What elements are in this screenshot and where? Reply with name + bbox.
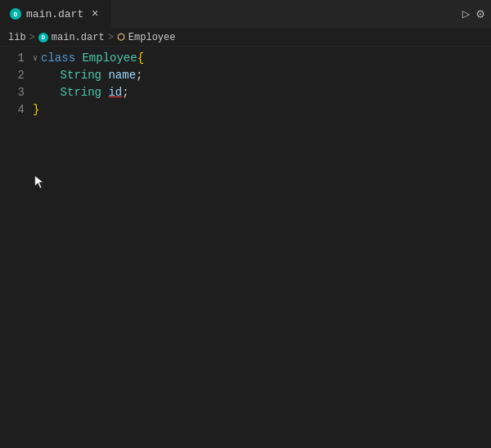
code-area[interactable]: ∨ class Employee{ String name; String id… xyxy=(33,47,491,448)
var-name: name xyxy=(108,67,136,84)
indent-3 xyxy=(33,84,61,101)
semicolon-2: ; xyxy=(122,84,128,101)
tab-close-button[interactable]: × xyxy=(88,7,101,20)
editor-actions: ▷ ⚙ xyxy=(462,6,491,22)
run-icon[interactable]: ▷ xyxy=(462,6,471,22)
dart-tab-icon: D xyxy=(10,8,21,20)
keyword-class: class xyxy=(41,50,82,67)
tab-main-dart[interactable]: D main.dart × xyxy=(0,0,112,28)
breadcrumb-class[interactable]: ⬡ Employee xyxy=(117,32,176,43)
tab-bar: D main.dart × ▷ ⚙ xyxy=(0,0,491,29)
indent-2 xyxy=(33,67,61,84)
editor: 1 2 3 4 ∨ class Employee{ String name; S… xyxy=(0,47,491,448)
code-line-1: ∨ class Employee{ xyxy=(33,50,491,67)
tab-filename: main.dart xyxy=(26,8,83,20)
type-string-2: String xyxy=(61,84,109,101)
breadcrumb-class-icon: ⬡ xyxy=(117,32,125,43)
line-num-1: 1 xyxy=(0,50,25,67)
breadcrumb-lib-label: lib xyxy=(8,32,26,43)
breadcrumb: lib > D main.dart > ⬡ Employee xyxy=(0,29,491,47)
breadcrumb-lib[interactable]: lib xyxy=(8,32,26,43)
var-id: id xyxy=(108,84,122,101)
breadcrumb-sep-1: > xyxy=(29,32,35,43)
breadcrumb-sep-2: > xyxy=(108,32,114,43)
close-brace: } xyxy=(33,101,39,119)
breadcrumb-dart-icon: D xyxy=(38,33,48,43)
semicolon-1: ; xyxy=(136,67,142,84)
line-num-3: 3 xyxy=(0,84,25,101)
line-num-4: 4 xyxy=(0,101,25,119)
code-line-4: } xyxy=(33,101,491,119)
settings-icon[interactable]: ⚙ xyxy=(476,6,484,22)
code-line-3: String id; xyxy=(33,84,491,101)
open-brace: { xyxy=(137,50,144,67)
breadcrumb-class-label: Employee xyxy=(128,32,176,43)
code-line-2: String name; xyxy=(33,67,491,84)
line-num-2: 2 xyxy=(0,67,25,84)
collapse-arrow[interactable]: ∨ xyxy=(33,52,38,65)
breadcrumb-file-label: main.dart xyxy=(52,32,105,43)
class-name: Employee xyxy=(82,50,137,67)
line-numbers: 1 2 3 4 xyxy=(0,47,33,448)
type-string-1: String xyxy=(61,67,109,84)
breadcrumb-file[interactable]: D main.dart xyxy=(38,32,105,43)
